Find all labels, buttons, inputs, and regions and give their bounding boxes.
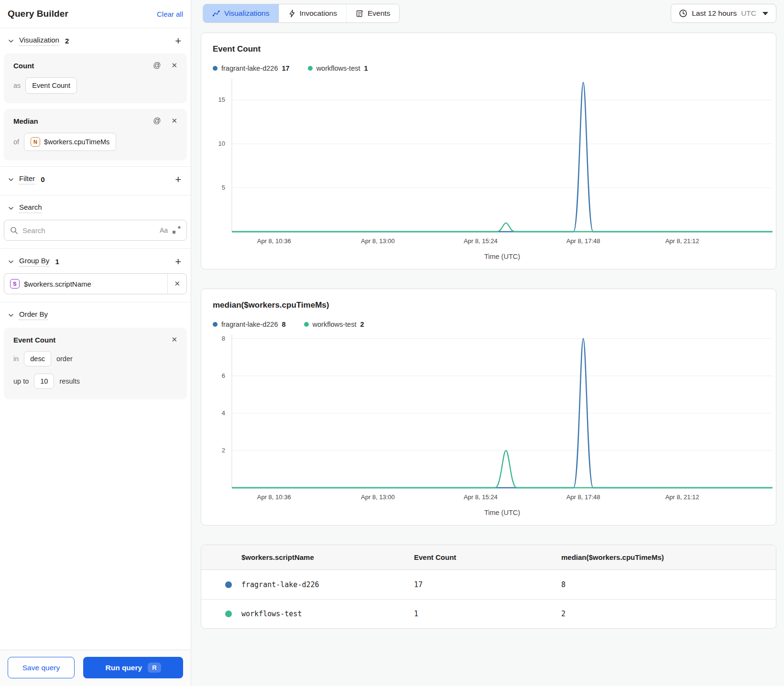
- filter-count: 0: [41, 175, 44, 183]
- x-axis-title: Time (UTC): [232, 509, 773, 516]
- svg-text:2: 2: [222, 447, 225, 454]
- svg-text:Apr 8, 13:00: Apr 8, 13:00: [361, 237, 395, 245]
- tab-invocations[interactable]: Invocations: [279, 4, 346, 22]
- chevron-down-icon[interactable]: [8, 258, 14, 265]
- close-icon[interactable]: ✕: [171, 61, 177, 70]
- series-total: 1: [364, 64, 368, 72]
- add-filter-button[interactable]: +: [173, 176, 183, 183]
- view-tabs: Visualizations Invocations Events: [203, 4, 400, 23]
- visualization-section-label[interactable]: Visualization: [19, 36, 59, 46]
- tab-events[interactable]: Events: [346, 4, 399, 22]
- order-by-section-label[interactable]: Order By: [19, 310, 48, 320]
- tab-label: Visualizations: [224, 9, 270, 18]
- cell-script-name: fragrant-lake-d226: [241, 580, 319, 589]
- run-query-button[interactable]: Run query R: [83, 657, 183, 678]
- line-chart[interactable]: 2468Apr 8, 10:36Apr 8, 13:00Apr 8, 15:24…: [201, 335, 776, 506]
- svg-text:Apr 8, 10:36: Apr 8, 10:36: [257, 237, 291, 245]
- event-count-chart-card: Event Count fragrant-lake-d226 17 workfl…: [201, 32, 776, 269]
- of-label: of: [13, 138, 19, 146]
- match-case-toggle[interactable]: Aa: [160, 226, 168, 234]
- legend-item[interactable]: fragrant-lake-d226 17: [213, 64, 290, 72]
- cell-median: 8: [561, 580, 776, 589]
- remove-group-by[interactable]: ✕: [167, 274, 186, 294]
- close-icon[interactable]: ✕: [171, 117, 177, 125]
- run-shortcut-badge: R: [148, 663, 161, 673]
- regex-toggle-icon[interactable]: *: [172, 226, 181, 235]
- page-title: Query Builder: [8, 9, 68, 19]
- tab-label: Invocations: [300, 9, 337, 18]
- upto-label: up to: [13, 377, 29, 385]
- search-section-header: Search: [0, 195, 191, 219]
- chevron-down-icon[interactable]: [8, 312, 14, 319]
- group-by-field-name: $workers.scriptName: [24, 280, 91, 288]
- string-type-icon: S: [10, 279, 20, 289]
- series-total: 8: [282, 321, 286, 328]
- order-by-card: Event Count ✕ in desc order up to 10 res…: [4, 328, 187, 399]
- chart-legend: fragrant-lake-d226 8 workflows-test 2: [201, 321, 776, 328]
- tab-label: Events: [368, 9, 390, 18]
- as-label: as: [13, 82, 21, 89]
- series-name: workflows-test: [316, 64, 360, 72]
- sort-direction-select[interactable]: desc: [24, 351, 51, 366]
- chevron-down-icon[interactable]: [8, 38, 14, 44]
- save-query-button[interactable]: Save query: [8, 657, 75, 678]
- cell-event-count: 1: [414, 610, 561, 618]
- series-dot: [225, 581, 232, 588]
- svg-text:8: 8: [222, 335, 225, 342]
- close-icon[interactable]: ✕: [174, 279, 180, 288]
- field-value-box[interactable]: N $workers.cpuTimeMs: [24, 133, 116, 151]
- series-total: 2: [360, 321, 364, 328]
- close-icon[interactable]: ✕: [171, 335, 177, 344]
- legend-item[interactable]: fragrant-lake-d226 8: [213, 321, 286, 328]
- group-by-count: 1: [55, 257, 59, 266]
- add-visualization-button[interactable]: +: [173, 37, 183, 45]
- time-range-selector[interactable]: Last 12 hours UTC: [671, 4, 776, 23]
- search-box: Aa *: [4, 220, 187, 241]
- chevron-down-icon[interactable]: [8, 205, 14, 212]
- svg-text:Apr 8, 10:36: Apr 8, 10:36: [257, 493, 291, 501]
- group-by-section-label[interactable]: Group By: [19, 257, 49, 267]
- chart-legend: fragrant-lake-d226 17 workflows-test 1: [201, 64, 776, 72]
- median-cputime-chart-card: median($workers.cpuTimeMs) fragrant-lake…: [201, 289, 776, 525]
- filter-section-label[interactable]: Filter: [19, 174, 35, 184]
- cell-script-name: workflows-test: [241, 610, 302, 618]
- visualization-card-title: Count: [13, 62, 34, 70]
- group-by-section-header: Group By 1 +: [0, 249, 191, 272]
- mention-icon[interactable]: @: [153, 117, 161, 125]
- visualization-card-median: Median @ ✕ of N $workers.cpuTimeMs: [4, 109, 187, 161]
- svg-text:6: 6: [222, 372, 225, 379]
- column-header-event-count[interactable]: Event Count: [414, 553, 561, 561]
- tab-visualizations[interactable]: Visualizations: [203, 4, 279, 22]
- add-group-by-button[interactable]: +: [173, 258, 183, 266]
- visualization-count: 2: [65, 37, 69, 45]
- series-dot: [308, 66, 313, 71]
- group-by-field[interactable]: S $workers.scriptName ✕: [4, 273, 187, 294]
- column-header-median[interactable]: median($workers.cpuTimeMs): [561, 553, 776, 561]
- search-icon: [10, 226, 18, 235]
- filter-section-header: Filter 0 +: [0, 167, 191, 190]
- column-header-scriptname[interactable]: $workers.scriptName: [201, 553, 414, 561]
- table-row[interactable]: workflows-test 1 2: [201, 599, 776, 628]
- legend-item[interactable]: workflows-test 2: [304, 321, 364, 328]
- series-dot: [304, 322, 309, 327]
- series-dot: [213, 66, 218, 71]
- visualization-card-title: Median: [13, 117, 38, 125]
- clear-all-link[interactable]: Clear all: [157, 10, 183, 18]
- field-name: $workers.cpuTimeMs: [44, 138, 109, 146]
- limit-input[interactable]: 10: [34, 374, 54, 389]
- line-chart[interactable]: 51015Apr 8, 10:36Apr 8, 13:00Apr 8, 15:2…: [201, 79, 776, 250]
- events-doc-icon: [356, 10, 364, 18]
- mention-icon[interactable]: @: [153, 61, 161, 70]
- alias-value-box[interactable]: Event Count: [25, 77, 77, 94]
- series-total: 17: [282, 64, 290, 72]
- in-label: in: [13, 355, 19, 363]
- line-chart-icon: [212, 10, 220, 18]
- legend-item[interactable]: workflows-test 1: [308, 64, 368, 72]
- run-query-label: Run query: [105, 664, 142, 672]
- svg-text:Apr 8, 15:24: Apr 8, 15:24: [464, 493, 498, 501]
- table-row[interactable]: fragrant-lake-d226 17 8: [201, 570, 776, 599]
- search-input[interactable]: [22, 226, 155, 235]
- search-section-label[interactable]: Search: [19, 203, 42, 213]
- svg-text:Apr 8, 21:12: Apr 8, 21:12: [665, 237, 699, 245]
- chevron-down-icon[interactable]: [8, 176, 14, 183]
